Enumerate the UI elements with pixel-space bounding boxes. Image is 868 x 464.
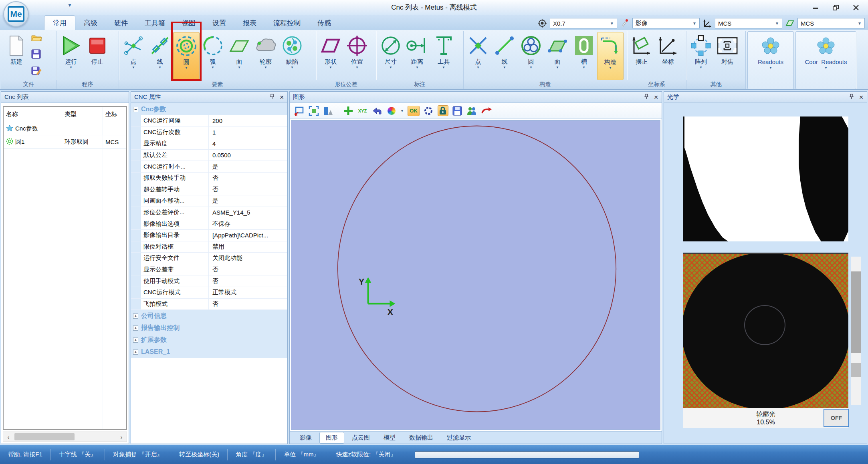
feature-defect-button[interactable]: 缺陷 ▼: [279, 32, 305, 80]
coordinate-system-select[interactable]: MCS▼: [715, 18, 782, 28]
status-z-limit[interactable]: 快速z软限位: 『关闭』: [328, 449, 405, 460]
ok-button[interactable]: OK: [408, 106, 420, 116]
status-angle-unit[interactable]: 角度 『度』: [228, 449, 276, 460]
status-length-unit[interactable]: 单位 『mm』: [276, 449, 328, 460]
collapse-icon[interactable]: −: [133, 107, 138, 112]
property-row[interactable]: 抓取失败转手动否: [131, 173, 287, 184]
run-button[interactable]: 运行 ▼: [58, 32, 84, 80]
new-file-button[interactable]: 新建: [2, 32, 30, 80]
column-header-type[interactable]: 类型: [62, 107, 103, 122]
property-row[interactable]: 同画面不移动...是: [131, 195, 287, 207]
distance-button[interactable]: 距离 ▼: [404, 32, 430, 80]
gear-ring-icon[interactable]: [423, 105, 434, 116]
save-view-icon[interactable]: [452, 105, 463, 116]
color-wheel-icon[interactable]: [386, 105, 397, 116]
construct-slot-button[interactable]: 槽 ▼: [571, 32, 597, 80]
close-panel-icon[interactable]: ✕: [654, 94, 658, 100]
construct-point-button[interactable]: 点 ▼: [465, 32, 491, 80]
construct-build-button[interactable]: 构造 ▼: [597, 32, 624, 80]
expand-icon[interactable]: +: [133, 313, 138, 319]
light-intensity-slider[interactable]: [851, 257, 861, 405]
redo-icon[interactable]: [481, 105, 492, 116]
close-panel-icon[interactable]: ✕: [859, 94, 864, 100]
feature-plane-button[interactable]: 面 ▼: [226, 32, 252, 80]
property-row[interactable]: 影像输出选项不保存: [131, 218, 287, 230]
tab-changyong[interactable]: 常用: [44, 15, 75, 30]
close-icon[interactable]: [853, 4, 859, 11]
feature-circle-button[interactable]: 圆 ▼: [173, 32, 200, 80]
property-row[interactable]: 显示精度4: [131, 138, 287, 150]
fit-view-icon[interactable]: [308, 105, 319, 116]
stop-button[interactable]: 停止: [84, 32, 111, 80]
property-row[interactable]: CNC运行次数1: [131, 127, 287, 139]
feature-point-button[interactable]: 点 ▼: [120, 32, 147, 80]
quick-access-dropdown-icon[interactable]: ▼: [67, 2, 72, 8]
scroll-left-icon[interactable]: ‹: [3, 434, 14, 440]
tab-yingjian[interactable]: 硬件: [106, 16, 136, 30]
graphics-canvas[interactable]: Y X: [291, 120, 660, 430]
property-row[interactable]: 限位对话框禁用: [131, 241, 287, 253]
property-row[interactable]: 飞拍模式否: [131, 299, 287, 310]
scroll-right-icon[interactable]: ›: [116, 434, 127, 440]
expand-icon[interactable]: +: [133, 337, 138, 343]
property-row[interactable]: 影像输出目录[AppPath]\CADPict...: [131, 230, 287, 241]
category-cnc-params[interactable]: − Cnc参数: [131, 103, 287, 115]
tab-pointcloud[interactable]: 点云图: [346, 432, 376, 443]
category-report-output[interactable]: + 报告输出控制: [131, 322, 287, 334]
light-off-button[interactable]: OFF: [824, 409, 849, 427]
scrollbar-thumb[interactable]: [14, 433, 75, 440]
lock-icon[interactable]: [438, 105, 448, 116]
pin-icon[interactable]: [270, 94, 275, 100]
feature-line-button[interactable]: 线 ▼: [147, 32, 173, 80]
property-row[interactable]: CNC运行间隔200: [131, 115, 287, 127]
coordinate-button[interactable]: 坐标: [655, 32, 681, 80]
position-tolerance-button[interactable]: 位置 ▼: [344, 32, 370, 80]
chevron-down-icon[interactable]: ▼: [400, 109, 404, 113]
open-folder-icon[interactable]: [31, 34, 42, 43]
pin-icon[interactable]: [644, 94, 649, 100]
tab-model[interactable]: 模型: [377, 432, 402, 443]
property-row[interactable]: 默认公差0.0500: [131, 150, 287, 161]
region-zoom-icon[interactable]: [294, 105, 305, 116]
add-icon[interactable]: [343, 105, 353, 116]
status-crosshair-toggle[interactable]: 十字线 『关』: [51, 449, 105, 460]
construct-line-button[interactable]: 线 ▼: [491, 32, 518, 80]
flip-arrow-icon[interactable]: [371, 105, 382, 116]
status-polar-toggle[interactable]: 转至极坐标(关): [171, 449, 228, 460]
save-icon[interactable]: [31, 49, 42, 60]
align-button[interactable]: 摆正: [628, 32, 655, 80]
shape-tolerance-button[interactable]: 形状 ▼: [317, 32, 344, 80]
datum-plane-select[interactable]: MCS▼: [797, 18, 865, 28]
property-row[interactable]: CNC运行模式正常模式: [131, 287, 287, 299]
category-laser1[interactable]: + LASER_1: [131, 346, 287, 358]
status-snap-toggle[interactable]: 对象捕捉 『开启』: [105, 449, 171, 460]
coor-readouts-button[interactable]: Coor_Readouts ▼: [797, 32, 855, 89]
close-panel-icon[interactable]: ✕: [279, 94, 284, 100]
property-row[interactable]: 超公差转手动否: [131, 184, 287, 196]
save-as-icon[interactable]: [31, 66, 42, 78]
horizontal-scrollbar[interactable]: ‹ ›: [3, 432, 127, 442]
array-button[interactable]: 阵列 ▼: [688, 32, 714, 80]
dimension-button[interactable]: 尺寸 ▼: [377, 32, 404, 80]
column-header-coord[interactable]: 坐标: [103, 107, 126, 122]
tab-gongjuxiang[interactable]: 工具箱: [136, 16, 174, 30]
minimize-icon[interactable]: [813, 4, 819, 11]
construct-circle-button[interactable]: 圆 ▼: [518, 32, 544, 80]
annotation-tool-button[interactable]: 工具 ▼: [430, 32, 457, 80]
xyz-icon[interactable]: XYZ: [357, 105, 368, 116]
focus-button[interactable]: 对焦: [714, 32, 741, 80]
users-icon[interactable]: [466, 105, 477, 116]
pin-icon[interactable]: [849, 94, 854, 100]
tab-baobiao[interactable]: 报表: [234, 16, 265, 30]
tab-data-output[interactable]: 数据输出: [403, 432, 439, 443]
tab-gaoji[interactable]: 高级: [75, 16, 106, 30]
category-extended-params[interactable]: + 扩展参数: [131, 334, 287, 346]
list-item-cnc-params[interactable]: Cnc参数: [4, 122, 126, 135]
feature-arc-button[interactable]: 弧 ▼: [200, 32, 226, 80]
magnification-select[interactable]: X0.7▼: [550, 18, 617, 28]
column-header-name[interactable]: 名称: [4, 107, 62, 122]
tab-liuchengkongzhi[interactable]: 流程控制: [265, 16, 309, 30]
property-row[interactable]: 使用手动模式否: [131, 275, 287, 287]
property-row[interactable]: CNC运行时不...是: [131, 161, 287, 173]
property-row[interactable]: 显示公差带否: [131, 264, 287, 276]
